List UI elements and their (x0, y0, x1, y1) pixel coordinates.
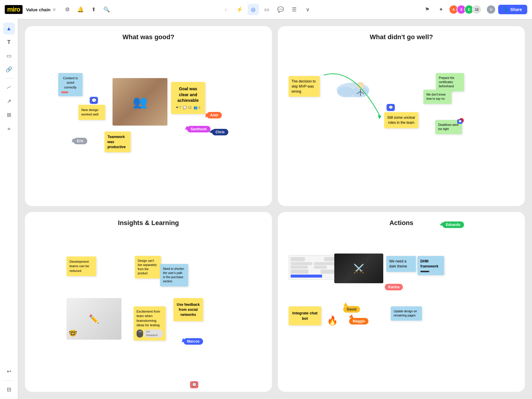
sticky-tool[interactable]: ▭ (3, 50, 15, 62)
upload-button[interactable]: ⬆ (88, 4, 99, 15)
sticky-content-sized[interactable]: Content is sized correctly (58, 73, 83, 96)
cursor-david: David (343, 303, 348, 306)
sticky-dev-reduced[interactable]: Development teams can be reduced (66, 256, 96, 276)
svg-point-1 (337, 87, 354, 97)
sticky-dont-know-no[interactable]: We don't know how to say no (423, 90, 452, 104)
cursor-marcos: Marcos (181, 338, 186, 342)
topbar: miro Value chain ☆ ⚙ 🔔 ⬆ 🔍 ‹ ⚡ ◎ ▭ 💬 ☰ ∨… (0, 0, 532, 19)
wireframe-preview (289, 255, 338, 280)
topbar-right: ⚑ ✦ A S E 12 U 👤Share (422, 4, 527, 15)
comment-bubble-insights: 💬 (190, 381, 198, 388)
bolt-tool[interactable]: ⚡ (234, 4, 245, 15)
cursor-santhosh: Santhosh (185, 126, 189, 129)
canvas: What was good? Content is sized correctl… (18, 19, 532, 399)
panel-actions: Actions Eduardo (278, 212, 525, 392)
comment-icon-sm: 💬 (457, 119, 463, 124)
avatar-stack: A S E 12 (449, 5, 482, 14)
sketch-photo: ✏️ 🤓 (66, 298, 121, 340)
sticky-skip-mvp[interactable]: The decision to skip MVP was wrong (289, 76, 320, 97)
board-title: Value chain ☆ (26, 7, 56, 12)
timer-tool[interactable]: ◎ (248, 4, 259, 15)
panel-actions-title: Actions (285, 219, 518, 227)
sticky-update-design[interactable]: Update design on remaining pages (391, 306, 422, 321)
sticky-deadlines-wrapper: 1 💬 Deadlines were too tight (435, 120, 462, 134)
panel-good: What was good? Content is sized correctl… (25, 26, 272, 206)
frame-tool[interactable]: ⊞ (3, 109, 15, 121)
flag-tool[interactable]: ⚑ (422, 4, 433, 15)
celebrate-tool[interactable]: ✦ (435, 4, 446, 15)
panel-insights: Insights & Learning Development teams ca… (25, 212, 272, 392)
excitement-tags: +9 UX Research (137, 330, 163, 338)
cursor-maggie: Maggie (349, 314, 354, 318)
panel-bad-title: What didn't go well? (285, 33, 518, 41)
team-photo: 👥 (113, 78, 167, 126)
left-sidebar: ▲ T ▭ 🔗 ∕ ↗ ⊞ » ↩ ⊟ (0, 19, 18, 399)
screen-tool[interactable]: ▭ (261, 4, 273, 15)
svg-marker-8 (378, 115, 381, 119)
avatar-user: U (486, 5, 496, 14)
topbar-tools: ⚙ 🔔 ⬆ 🔍 (62, 4, 112, 15)
cloud-sketch (334, 77, 375, 104)
more-tools[interactable]: » (3, 123, 15, 134)
share-button[interactable]: 👤Share (498, 5, 527, 14)
doc-tool[interactable]: ☰ (289, 4, 300, 15)
sidebar-bottom: ↩ ⊟ (3, 365, 15, 395)
arrow-tool[interactable]: ↗ (3, 95, 15, 107)
undo-tool[interactable]: ↩ (3, 365, 15, 377)
prev-tool[interactable]: ‹ (220, 4, 232, 15)
cursor-eric: Eric (71, 138, 76, 142)
sticky-teamwork[interactable]: Teamwork was productive (104, 132, 131, 152)
pen-tool[interactable]: ∕ (1, 80, 17, 96)
cursor-amir: Amir (204, 113, 209, 117)
fire-emoji: 🔥 (327, 315, 338, 326)
panel-insights-title: Insights & Learning (32, 219, 265, 227)
sticky-dark-theme[interactable]: We need a dark theme (386, 256, 416, 272)
comment-tool[interactable]: 💬 (275, 4, 286, 15)
star-icon[interactable]: ☆ (52, 7, 56, 12)
comment-bubble-roles: 💬 (387, 104, 395, 111)
settings-button[interactable]: ⚙ (62, 4, 73, 15)
sticky-social-feedback[interactable]: Use feedback from social networks (173, 298, 203, 321)
goal-reactions: ❤ 7 💬 12 👥 2 (174, 105, 202, 110)
connect-tool[interactable]: 🔗 (3, 64, 15, 75)
sticky-shorten-path[interactable]: Need to shorten the user's path in the p… (160, 264, 188, 286)
panel-good-title: What was good? (32, 33, 265, 41)
sticky-new-design[interactable]: New design worked well (78, 105, 105, 120)
quadrant-grid: What was good? Content is sized correctl… (18, 19, 532, 399)
more-center-tool[interactable]: ∨ (302, 4, 314, 15)
sticky-chat-bot[interactable]: Integrate chat bot (289, 306, 321, 325)
sticky-excitement[interactable]: Excitement from team when brainstorming … (134, 306, 166, 341)
panel-bad: What didn't go well? The decision to ski… (278, 26, 525, 206)
text-tool[interactable]: T (3, 36, 15, 48)
grid-tool[interactable]: ⊟ (3, 384, 15, 395)
miro-logo: miro (5, 5, 23, 14)
sticky-goal-clear[interactable]: Goal was clear and achievable ❤ 7 💬 12 👥… (171, 82, 205, 114)
topbar-center: ‹ ⚡ ◎ ▭ 💬 ☰ ∨ (115, 4, 418, 15)
wire-cta (291, 275, 322, 278)
cursor-eduardo: Eduardo (440, 222, 445, 226)
sticky-tag-red (61, 91, 68, 93)
select-tool[interactable]: ▲ (3, 23, 15, 34)
emoji-nerd: 🤓 (69, 330, 77, 337)
avatar-count: 12 (472, 5, 482, 14)
storm-photo: ⚔️ (334, 254, 383, 283)
sidebar-separator-1 (4, 78, 14, 79)
sidebar-separator-2 (4, 380, 14, 381)
svg-point-3 (357, 82, 364, 89)
sticky-design-separate[interactable]: Design can't live separately from the pr… (135, 256, 161, 278)
cursor-chris: Chris (210, 129, 214, 133)
sticky-deadlines[interactable]: 💬 Deadlines were too tight (435, 120, 462, 134)
dhm-tag (420, 271, 429, 272)
sticky-unclear-roles[interactable]: Still some unclear roles in the team (384, 112, 418, 128)
sticky-prepare-certs[interactable]: Prepare the certificates beforehand (436, 73, 464, 91)
notifications-button[interactable]: 🔔 (75, 4, 86, 15)
search-button[interactable]: 🔍 (101, 4, 112, 15)
comment-icon-new-design: 💬 (90, 97, 98, 104)
sticky-dhm[interactable]: DHM framework (417, 256, 444, 275)
